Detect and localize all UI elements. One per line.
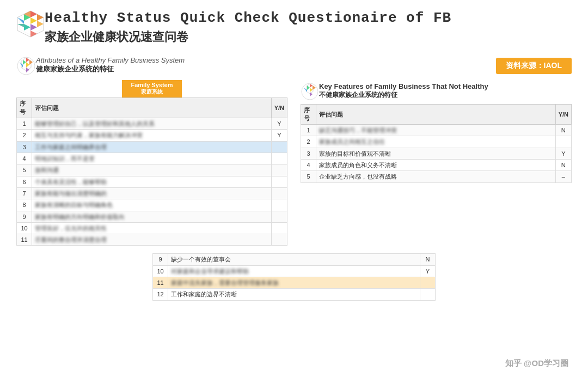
table-row: 8家族有清晰的目标与明确角色 (17, 199, 287, 211)
attributes-section: Attributes of a Healthy Family Business … (16, 56, 572, 76)
svg-marker-17 (26, 62, 29, 68)
svg-marker-25 (310, 88, 313, 92)
svg-marker-24 (313, 86, 316, 90)
cell-question: 企业缺乏方向感，也没有战略 (316, 171, 556, 182)
th-question-unhealthy: 评估问题 (316, 105, 556, 125)
cell-question: 放和沟通 (32, 164, 272, 176)
cell-seq: 2 (17, 130, 32, 141)
table-row: 1能够管理好自己，以及管理好和其他人的关系Y (17, 118, 287, 130)
cell-seq: 1 (301, 125, 316, 136)
cell-question: 个体具有灵活性，能够帮助 (32, 176, 272, 187)
table-row: 2家族成员之间相互之信任 (301, 136, 572, 148)
cell-yn (555, 136, 571, 148)
th-seq-healthy: 序号 (17, 98, 32, 118)
cell-seq: 9 (17, 211, 32, 222)
watermark: 知乎 @OD学习圈 (505, 358, 568, 369)
cell-yn (271, 141, 287, 153)
cell-question: 工作与家庭之间明确界合理 (32, 141, 272, 153)
two-col-area: Family System 家庭系统 序号 评估问题 Y/N 1能够管理好自己，… (16, 80, 572, 246)
cell-question: 明地识知识，而不是变 (32, 153, 272, 164)
family-system-label: Family System 家庭系统 (122, 80, 182, 97)
cell-yn (420, 277, 436, 289)
cell-seq: 9 (153, 254, 168, 265)
cell-yn (271, 176, 287, 187)
cell-question: 家族有明确的方向明确和价值取向 (32, 211, 272, 222)
cell-question: 家族有能与做出清楚明确的 (32, 187, 272, 199)
svg-marker-11 (37, 21, 44, 27)
table-row: 11尽量间的整合理并清楚合理 (17, 234, 287, 246)
cell-question: 能够管理好自己，以及管理好和其他人的关系 (32, 118, 272, 130)
bottom-section: 9缺少一个有效的董事会N10对家庭和企业寻求建议和帮助Y11家庭中流失家族，需要… (16, 253, 572, 300)
title-zh: 家族企业健康状况速查问卷 (45, 29, 451, 45)
svg-marker-6 (17, 17, 24, 24)
key-titles: Key Features of Family Business That Not… (319, 82, 488, 100)
cell-yn: N (420, 254, 436, 265)
cell-yn: Y (271, 118, 287, 130)
cell-yn (271, 199, 287, 211)
cell-yn (271, 222, 287, 234)
bottom-table-wrap: 9缺少一个有效的董事会N10对家庭和企业寻求建议和帮助Y11家庭中流失家族，需要… (152, 253, 436, 300)
cell-question: 家族有清晰的目标与明确角色 (32, 199, 272, 211)
attr-title-en: Attributes of a Healthy Family Business … (36, 56, 496, 64)
table-row: 2相互与支持与约束，家族有能力解决冲突Y (17, 130, 287, 141)
logo-icon (16, 10, 45, 38)
th-question-healthy: 评估问题 (32, 98, 272, 118)
svg-marker-18 (23, 60, 26, 65)
key-features-header: Key Features of Family Business That Not… (301, 82, 572, 101)
svg-marker-23 (310, 84, 313, 88)
cell-seq: 11 (17, 234, 32, 246)
cell-seq: 10 (153, 265, 168, 277)
bottom-table: 9缺少一个有效的董事会N10对家庭和企业寻求建议和帮助Y11家庭中流失家族，需要… (152, 253, 436, 300)
cell-yn (271, 211, 287, 222)
cell-seq: 11 (153, 277, 168, 289)
cell-question: 相互与支持与约束，家族有能力解决冲突 (32, 130, 272, 141)
header: Healthy Status Quick Check Questionaire … (16, 10, 572, 45)
right-col: Key Features of Family Business That Not… (301, 80, 572, 246)
attributes-icon (16, 56, 36, 76)
th-yn-healthy: Y/N (271, 98, 287, 118)
cell-question: 家族的目标和价值观不清晰 (316, 148, 556, 159)
cell-question: 家庭中流失家族，需要合理管理服务家族 (168, 277, 420, 289)
table-row: 9缺少一个有效的董事会N (153, 254, 436, 265)
th-seq-unhealthy: 序号 (301, 105, 316, 125)
key-title-en: Key Features of Family Business That Not… (319, 82, 488, 90)
table-row: 7家族有能与做出清楚明确的 (17, 187, 287, 199)
table-row: 6个体具有灵活性，能够帮助 (17, 176, 287, 187)
svg-marker-20 (26, 68, 29, 72)
cell-seq: 5 (301, 171, 316, 182)
table-row: 9家族有明确的方向明确和价值取向 (17, 211, 287, 222)
table-row: 3工作与家庭之间明确界合理 (17, 141, 287, 153)
cell-yn (420, 289, 436, 300)
cell-seq: 3 (301, 148, 316, 159)
attr-titles: Attributes of a Healthy Family Business … (36, 56, 496, 74)
cell-yn: Y (420, 265, 436, 277)
cell-seq: 1 (17, 118, 32, 130)
cell-question: 对家庭和企业寻求建议和帮助 (168, 265, 420, 277)
svg-marker-15 (26, 58, 29, 62)
table-row: 10对家庭和企业寻求建议和帮助Y (153, 265, 436, 277)
cell-yn: Y (271, 130, 287, 141)
cell-question: 缺少一个有效的董事会 (168, 254, 420, 265)
cell-question: 管理良好，仅允许的相关性 (32, 222, 272, 234)
cell-question: 缺乏沟通技巧，不能管理冲突 (316, 125, 556, 136)
svg-marker-4 (30, 17, 37, 24)
healthy-table: 序号 评估问题 Y/N 1能够管理好自己，以及管理好和其他人的关系Y2相互与支持… (16, 97, 287, 246)
title-en: Healthy Status Quick Check Questionaire … (45, 10, 451, 27)
th-yn-unhealthy: Y/N (555, 105, 571, 125)
cell-seq: 4 (17, 153, 32, 164)
left-col: Family System 家庭系统 序号 评估问题 Y/N 1能够管理好自己，… (16, 80, 287, 246)
cell-question: 家族成员的角色和义务不清晰 (316, 160, 556, 171)
unhealthy-table: 序号 评估问题 Y/N 1缺乏沟通技巧，不能管理冲突N2家族成员之间相互之信任3… (301, 104, 572, 182)
cell-seq: 2 (301, 136, 316, 148)
attr-title-zh: 健康家族企业系统的特征 (36, 64, 496, 74)
table-row: 4明地识知识，而不是变 (17, 153, 287, 164)
svg-marker-12 (17, 24, 24, 27)
cell-question: 工作和家庭的边界不清晰 (168, 289, 420, 300)
cell-yn: N (555, 160, 571, 171)
svg-marker-26 (307, 86, 310, 90)
cell-seq: 10 (17, 222, 32, 234)
cell-yn (271, 234, 287, 246)
cell-seq: 8 (17, 199, 32, 211)
cell-question: 尽量间的整合理并清楚合理 (32, 234, 272, 246)
cell-seq: 3 (17, 141, 32, 153)
